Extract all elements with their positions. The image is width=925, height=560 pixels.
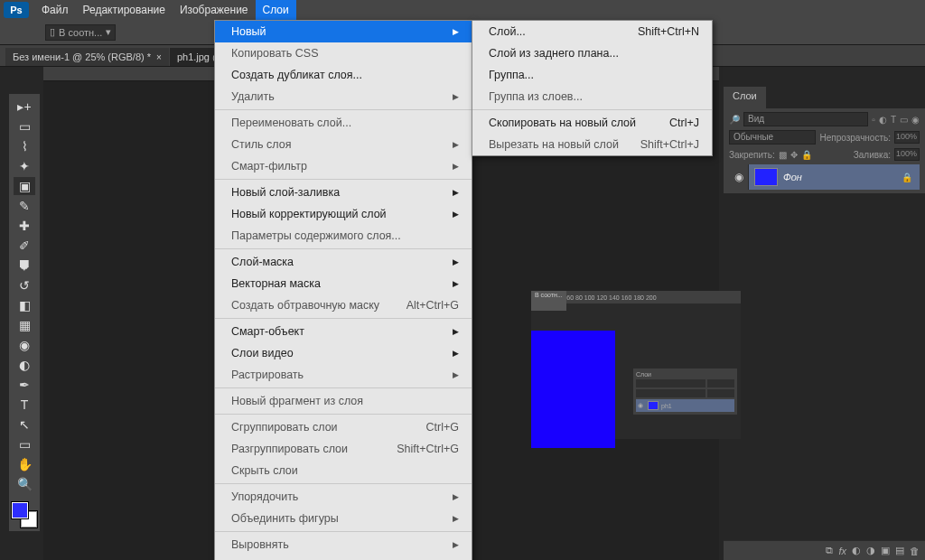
adjust-icon[interactable]: ◑ (866, 545, 875, 556)
menu-item: Удалить▶ (215, 86, 472, 107)
doc-tab-1[interactable]: Без имени-1 @ 25% (RGB/8) *× (5, 48, 169, 66)
layers-menu: Новый▶Копировать CSSСоздать дубликат сло… (214, 20, 472, 560)
menu-item: Выровнять▶ (215, 534, 472, 555)
menubar: Ps Файл Редактирование Изображение Слои (0, 0, 925, 20)
menu-item[interactable]: Новый слой-заливка▶ (215, 182, 472, 203)
menu-item: Параметры содержимого слоя... (215, 225, 472, 247)
submenu-item[interactable]: Скопировать на новый слойCtrl+J (472, 112, 712, 134)
menu-item: Смарт-фильтр▶ (215, 155, 472, 177)
layer-filter-dropdown[interactable]: Вид (743, 112, 868, 126)
submenu-item[interactable]: Слой...Shift+Ctrl+N (472, 21, 712, 42)
wand-tool[interactable]: ✦ (14, 157, 35, 175)
trash-icon[interactable]: 🗑 (910, 546, 920, 556)
lock-position-icon[interactable]: ✥ (790, 150, 798, 160)
menu-item: Растрировать▶ (215, 364, 472, 386)
lock-pixels-icon[interactable]: ▩ (779, 150, 787, 160)
path-tool[interactable]: ↖ (14, 415, 35, 434)
app-logo: Ps (4, 2, 29, 18)
zoom-tool[interactable]: 🔍 (14, 475, 35, 493)
menu-item: Сгруппировать слоиCtrl+G (215, 416, 472, 438)
menu-item[interactable]: Новый▶ (215, 21, 472, 42)
submenu-item[interactable]: Группа... (472, 64, 712, 86)
menu-item[interactable]: Слой-маска▶ (215, 251, 472, 273)
link-icon[interactable]: ⧉ (826, 545, 833, 556)
opacity-input[interactable]: 100% (894, 131, 920, 144)
lasso-tool[interactable]: ⌇ (14, 137, 35, 155)
menu-item: Стиль слоя▶ (215, 134, 472, 155)
menu-layers[interactable]: Слои (256, 0, 296, 20)
menu-item[interactable]: Векторная маска▶ (215, 273, 472, 294)
fx-icon[interactable]: fx (838, 546, 846, 556)
eraser-tool[interactable]: ◧ (14, 296, 35, 314)
filter-icon[interactable]: ▫ (872, 115, 875, 125)
history-brush-tool[interactable]: ↺ (14, 276, 35, 294)
menu-item: Переименовать слой... (215, 112, 472, 134)
shape-tool[interactable]: ▭ (14, 435, 35, 453)
dodge-tool[interactable]: ◐ (14, 356, 35, 374)
marquee-tool[interactable]: ▭ (14, 117, 35, 135)
menu-item: Новый фрагмент из слоя (215, 390, 472, 412)
menu-item[interactable]: Новый корректирующий слой▶ (215, 203, 472, 225)
filter-icon[interactable]: ◉ (911, 115, 920, 125)
menu-item: Упорядочить▶ (215, 486, 472, 508)
filter-icon[interactable]: T (891, 115, 896, 125)
layers-panel-footer: ⧉ fx ◐ ◑ ▣ ▤ 🗑 (724, 540, 925, 560)
menu-file[interactable]: Файл (34, 0, 76, 20)
inner-blue-canvas (531, 331, 615, 448)
menu-item: Распределить▶ (215, 555, 472, 560)
menu-item: Скрыть слои (215, 460, 472, 481)
close-icon[interactable]: × (156, 52, 162, 62)
menu-image[interactable]: Изображение (173, 0, 256, 20)
visibility-icon[interactable]: ◉ (729, 164, 749, 190)
menu-item: Разгруппировать слоиShift+Ctrl+G (215, 438, 472, 460)
heal-tool[interactable]: ✚ (14, 217, 35, 235)
layers-tab[interactable]: Слои (724, 87, 766, 108)
brush-tool[interactable]: ✐ (14, 237, 35, 255)
lock-all-icon[interactable]: 🔒 (801, 150, 812, 160)
layers-panel: Слои 🔎 Вид ▫ ◐ T ▭ ◉ Обычные Непрозрачно… (724, 87, 925, 560)
menu-item: Создать обтравочную маскуAlt+Ctrl+G (215, 294, 472, 316)
pen-tool[interactable]: ✒ (14, 376, 35, 394)
move-tool[interactable]: ▸+ (14, 98, 35, 116)
menu-item[interactable]: Слои видео▶ (215, 342, 472, 364)
menu-edit[interactable]: Редактирование (76, 0, 173, 20)
layer-name[interactable]: Фон (783, 172, 902, 182)
inner-layers-panel: Слои ◉ph1 (633, 369, 737, 415)
new-layer-icon[interactable]: ▤ (895, 545, 904, 556)
folder-icon[interactable]: ▣ (881, 545, 890, 556)
menu-item: Объединить фигуры▶ (215, 508, 472, 529)
menu-item: Копировать CSS (215, 42, 472, 64)
submenu-item: Вырезать на новый слойShift+Ctrl+J (472, 134, 712, 155)
menu-item[interactable]: Смарт-объект▶ (215, 321, 472, 342)
mask-icon[interactable]: ◐ (852, 545, 861, 556)
new-layer-submenu: Слой...Shift+Ctrl+NСлой из заднего плана… (472, 20, 713, 156)
submenu-item: Группа из слоев... (472, 86, 712, 107)
crop-tool[interactable]: ▣ (14, 177, 35, 195)
type-tool[interactable]: T (14, 396, 35, 414)
filter-icon[interactable]: ◐ (879, 115, 887, 125)
layer-row-background[interactable]: ◉ Фон 🔒 (729, 164, 920, 190)
eyedropper-tool[interactable]: ✎ (14, 197, 35, 215)
fill-input[interactable]: 100% (894, 148, 920, 161)
blend-mode-dropdown[interactable]: Обычные (729, 130, 816, 145)
crop-preset-dropdown[interactable]: ▯ В соотн... ▾ (45, 24, 116, 41)
filter-icon[interactable]: ▭ (900, 115, 908, 125)
layer-thumbnail[interactable] (754, 168, 778, 186)
toolbox: ▸+ ▭ ⌇ ✦ ▣ ✎ ✚ ✐ ⛊ ↺ ◧ ▦ ◉ ◐ ✒ T ↖ ▭ ✋ 🔍 (9, 94, 40, 531)
lock-icon: 🔒 (902, 173, 916, 182)
hand-tool[interactable]: ✋ (14, 455, 35, 473)
submenu-item[interactable]: Слой из заднего плана... (472, 42, 712, 64)
color-swatches[interactable] (12, 502, 37, 527)
foreground-swatch[interactable] (12, 502, 28, 518)
menu-item[interactable]: Создать дубликат слоя... (215, 64, 472, 86)
inner-screenshot: В соотн... 0 20 40 60 80 100 120 140 160… (531, 291, 741, 439)
blur-tool[interactable]: ◉ (14, 336, 35, 354)
gradient-tool[interactable]: ▦ (14, 316, 35, 334)
stamp-tool[interactable]: ⛊ (14, 257, 35, 275)
